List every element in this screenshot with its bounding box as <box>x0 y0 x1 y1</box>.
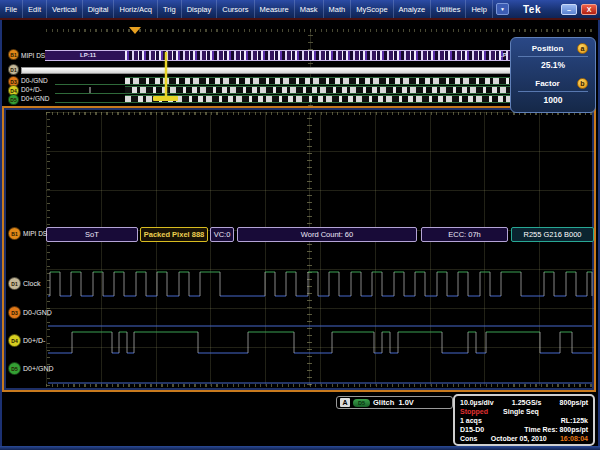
channel-label-d0pos-dneg: D0+/D- <box>21 86 42 93</box>
knob-a-icon[interactable]: a <box>577 43 588 54</box>
factor-value[interactable]: 1000 <box>518 94 588 106</box>
main-label-d0pos-gnd: D0+/GND <box>23 365 54 372</box>
overview-baseline-2 <box>55 93 125 94</box>
graticule <box>46 112 594 386</box>
menu-bar: FileEditVerticalDigitalHoriz/AcqTrigDisp… <box>0 0 600 18</box>
graticule-center-ticks <box>307 112 312 386</box>
resolution-readout: 800ps/pt <box>560 398 588 407</box>
samplerate-readout: 1.25GS/s <box>512 398 542 407</box>
channel-label-d0neg: D0-/GND <box>21 77 48 84</box>
menu-item-display[interactable]: Display <box>182 0 218 18</box>
cons-label: Cons <box>460 434 478 443</box>
knob-b-icon[interactable]: b <box>577 78 588 89</box>
trigger-readout[interactable]: A D5 Glitch 1.0V <box>336 396 453 409</box>
factor-label: Factor <box>518 79 577 88</box>
tek-logo: Tek <box>523 4 541 15</box>
menu-item-edit[interactable]: Edit <box>23 0 47 18</box>
decode-bus-badge[interactable]: B1 <box>8 227 21 240</box>
menu-item-horiz-acq[interactable]: Horiz/Acq <box>114 0 158 18</box>
menu-item-utilities[interactable]: Utilities <box>431 0 466 18</box>
main-label-d0neg: D0-/GND <box>23 309 52 316</box>
bus-label: MIPI DS <box>21 52 45 59</box>
overview-baseline-3 <box>55 102 125 103</box>
decode-bus-label: MIPI DS <box>23 230 47 237</box>
menu-item-analyze[interactable]: Analyze <box>394 0 432 18</box>
bus-state-lp11: LP:11 <box>80 52 96 58</box>
acq-status: Stopped <box>460 407 488 416</box>
time-resolution: Time Res: 800ps/pt <box>524 425 588 434</box>
oscilloscope-screen: { "menu": { "items": ["File","Edit","Ver… <box>0 0 600 450</box>
record-length: RL:125k <box>561 416 588 425</box>
main-badge-d0pos-gnd[interactable]: D5 <box>8 362 21 375</box>
acq-count: 1 acqs <box>460 416 482 425</box>
menu-overflow-button[interactable]: ▼ <box>496 3 509 15</box>
trigger-a-badge: A <box>340 398 350 407</box>
position-value[interactable]: 25.1% <box>518 59 588 71</box>
menu-item-myscope[interactable]: MyScope <box>351 0 393 18</box>
date-readout: October 05, 2010 <box>491 434 547 443</box>
menu-item-math[interactable]: Math <box>324 0 352 18</box>
decode-packet: Packed Pixel 888 <box>140 227 208 242</box>
main-badge-clock[interactable]: D1 <box>8 277 21 290</box>
menu-item-measure[interactable]: Measure <box>255 0 295 18</box>
overview-baseline-1 <box>55 84 125 85</box>
acquisition-readout: 10.0µs/div 1.25GS/s 800ps/pt Stopped Sin… <box>453 394 595 446</box>
acq-mode: Single Seq <box>503 407 539 416</box>
digital-channels: D15-D0 <box>460 425 484 434</box>
channel-badge-clock[interactable]: D1 <box>8 64 19 75</box>
decode-packet: Word Count: 60 <box>237 227 417 242</box>
main-label-clock: Clock <box>23 280 41 287</box>
decode-packet: VC:0 <box>210 227 234 242</box>
timebase-readout: 10.0µs/div <box>460 398 494 407</box>
search-marker-line[interactable] <box>165 52 167 97</box>
channel-label-d0pos-gnd: D0+/GND <box>21 95 49 102</box>
time-readout: 16:08:04 <box>560 434 588 443</box>
trigger-source-badge: D5 <box>353 399 370 407</box>
trigger-position-icon[interactable] <box>129 27 141 34</box>
panel-divider <box>518 91 588 92</box>
close-button[interactable]: X <box>581 4 597 15</box>
trigger-type-level: Glitch 1.0V <box>373 398 414 407</box>
bus-state-lp-right: LP <box>499 52 507 58</box>
main-badge-d0neg[interactable]: D3 <box>8 306 21 319</box>
menu-item-vertical[interactable]: Vertical <box>47 0 83 18</box>
position-label: Position <box>518 44 577 53</box>
bus-badge[interactable]: B1 <box>8 49 19 60</box>
zoom-position-factor-panel: Position a 25.1% Factor b 1000 <box>510 37 596 113</box>
menu-item-help[interactable]: Help <box>466 0 492 18</box>
menu-item-cursors[interactable]: Cursors <box>217 0 254 18</box>
panel-divider <box>518 56 588 57</box>
main-badge-d0pos-dneg[interactable]: D4 <box>8 334 21 347</box>
minimize-button[interactable]: – <box>561 4 577 15</box>
menu-item-digital[interactable]: Digital <box>83 0 115 18</box>
menu-item-trig[interactable]: Trig <box>158 0 182 18</box>
main-label-d0pos-dneg: D0+/D- <box>23 337 45 344</box>
search-marker-flag[interactable] <box>153 96 178 101</box>
channel-badge-d0pos-gnd[interactable]: D5 <box>8 94 19 105</box>
decode-packet: SoT <box>46 227 138 242</box>
menu-item-file[interactable]: File <box>0 0 23 18</box>
chevron-down-icon: ▼ <box>500 6 505 12</box>
window-frame-bottom <box>0 446 600 450</box>
decode-packet: ECC: 07h <box>421 227 508 242</box>
decode-packet: R255 G216 B000 <box>511 227 594 242</box>
menu-items: FileEditVerticalDigitalHoriz/AcqTrigDisp… <box>0 0 493 18</box>
menu-item-mask[interactable]: Mask <box>295 0 324 18</box>
